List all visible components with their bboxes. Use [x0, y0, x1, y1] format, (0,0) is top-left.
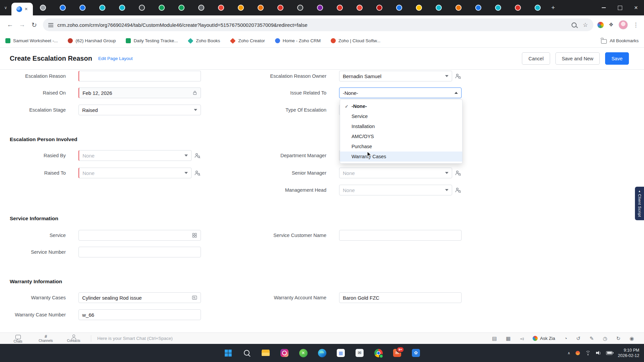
chatbar-icon[interactable]: ◷ [603, 336, 607, 341]
escalation-reason-input[interactable] [78, 71, 201, 81]
record-card-icon[interactable] [192, 295, 197, 300]
management-head-select[interactable]: None [339, 185, 452, 195]
chatbar-icon[interactable]: ↺ [576, 336, 581, 341]
browser-tab[interactable] [468, 0, 488, 15]
cancel-button[interactable]: Cancel [522, 52, 550, 65]
browser-menu-icon[interactable]: ⋮ [633, 22, 639, 28]
user-lookup-icon[interactable] [194, 170, 201, 176]
reload-icon[interactable]: ↻ [28, 19, 40, 31]
tab-search-caret-icon[interactable]: ∨ [0, 0, 11, 15]
hidden-icons-caret[interactable]: ∧ [568, 351, 570, 355]
warranty-account-name-input[interactable]: Baron Gold FZC [339, 292, 462, 303]
address-bar[interactable]: crm.zoho.com/crm/org766902494/tab/Custom… [43, 18, 593, 31]
dock-item[interactable]: Contacts [60, 334, 88, 343]
bookmark-item[interactable]: Zoho | Cloud Softw... [331, 38, 380, 43]
browser-tab[interactable] [231, 0, 251, 15]
bookmark-item[interactable]: Home - Zoho CRM [275, 38, 321, 43]
chatbar-icon[interactable]: ▦ [506, 336, 511, 341]
browser-tab[interactable] [330, 0, 350, 15]
taskbar-app[interactable] [298, 347, 309, 359]
bookmark-item[interactable]: (62) Harshad Group [68, 38, 116, 43]
maximize-button[interactable] [612, 0, 628, 15]
browser-tab[interactable] [251, 0, 270, 15]
zoom-icon[interactable] [572, 22, 577, 27]
browser-tab[interactable] [409, 0, 429, 15]
bookmark-star-icon[interactable]: ☆ [583, 22, 588, 28]
user-lookup-icon[interactable] [455, 73, 461, 79]
bookmark-item[interactable]: Samuel Worksheet -... [5, 38, 58, 43]
site-info-icon[interactable] [48, 23, 53, 27]
dropdown-option[interactable]: ✓ Purchase [340, 141, 462, 152]
dropdown-option[interactable]: ✓ Installation [340, 121, 462, 131]
taskbar-app[interactable] [410, 347, 422, 359]
tray-app-icon[interactable] [576, 351, 580, 355]
url-text[interactable]: crm.zoho.com/crm/org766902494/tab/Custom… [57, 22, 568, 28]
browser-tab[interactable] [508, 0, 528, 15]
ask-zia-button[interactable]: Ask Zia [533, 336, 555, 341]
warranty-cases-input[interactable]: Cylinder sealing Rod issue [78, 292, 201, 303]
browser-tab[interactable] [171, 0, 191, 15]
raised-to-select[interactable]: None [78, 168, 192, 178]
browser-tab[interactable] [488, 0, 508, 15]
owner-select[interactable]: Bernadin Samuel [339, 71, 452, 81]
browser-tab[interactable] [528, 0, 547, 15]
browser-tab[interactable] [33, 0, 53, 15]
browser-tab[interactable] [429, 0, 448, 15]
clock[interactable]: 9:10 PM 2026-02-12 [618, 348, 639, 359]
service-number-input[interactable] [78, 247, 201, 257]
browser-tab[interactable] [369, 0, 389, 15]
chatbar-icon[interactable]: ◉ [630, 336, 634, 341]
volume-icon[interactable] [596, 351, 601, 355]
extensions-puzzle-icon[interactable]: ❖ [609, 22, 613, 27]
close-button[interactable]: ✕ [628, 0, 644, 15]
browser-tab[interactable] [389, 0, 409, 15]
taskbar-app[interactable] [222, 347, 234, 359]
user-lookup-icon[interactable] [455, 187, 461, 193]
wifi-icon[interactable] [585, 351, 591, 355]
edit-page-layout-link[interactable]: Edit Page Layout [98, 56, 133, 61]
dropdown-option[interactable]: ✓ Warranty Cases [340, 152, 462, 162]
browser-tab[interactable] [112, 0, 132, 15]
dropdown-option[interactable]: ✓ Service [340, 111, 462, 121]
dropdown-option[interactable]: ✓ AMC/OYS [340, 131, 462, 141]
module-grid-icon[interactable] [192, 233, 197, 238]
tab-close-icon[interactable]: ✕ [24, 7, 28, 11]
all-bookmarks-button[interactable]: All Bookmarks [601, 38, 639, 44]
chatbar-icon[interactable]: ◔ [564, 336, 567, 341]
browser-tab[interactable] [211, 0, 231, 15]
rasied-by-select[interactable]: None [78, 150, 192, 161]
warranty-case-number-input[interactable]: w_66 [78, 309, 201, 320]
issue-related-to-select[interactable]: -None- [339, 87, 462, 98]
dock-item[interactable]: Channels [32, 334, 60, 343]
save-button[interactable]: Save [605, 52, 629, 65]
user-lookup-icon[interactable] [455, 170, 461, 176]
browser-tab[interactable] [191, 0, 211, 15]
taskbar-app[interactable] [373, 347, 384, 359]
bookmark-item[interactable]: Zoho Creator [230, 38, 265, 43]
profile-avatar[interactable] [619, 20, 628, 29]
taskbar-app[interactable] [354, 347, 365, 359]
chatbar-icon[interactable]: ◅ [520, 336, 524, 341]
dropdown-option[interactable]: ✓ -None- [340, 101, 462, 111]
service-customer-name-input[interactable] [339, 230, 462, 241]
bookmark-item[interactable]: Daily Testing Tracke... [126, 38, 178, 43]
battery-icon[interactable] [606, 351, 612, 355]
browser-tab[interactable] [132, 0, 152, 15]
taskbar-app[interactable] [279, 347, 290, 359]
save-and-new-button[interactable]: Save and New [555, 52, 600, 65]
taskbar-app[interactable] [335, 347, 346, 359]
browser-tab[interactable] [152, 0, 171, 15]
chatbar-icon[interactable]: ↻ [616, 336, 621, 341]
back-icon[interactable]: ← [4, 19, 16, 31]
browser-tab[interactable] [270, 0, 290, 15]
active-browser-tab[interactable]: ✕ [11, 3, 33, 15]
chatbar-icon[interactable]: ▤ [492, 336, 497, 341]
taskbar-app[interactable] [241, 347, 253, 359]
user-lookup-icon[interactable] [194, 153, 201, 159]
dock-item[interactable]: Chats [4, 334, 32, 343]
new-tab-button[interactable]: + [547, 0, 559, 15]
browser-tab[interactable] [310, 0, 330, 15]
bookmark-item[interactable]: Zoho Books [188, 38, 220, 43]
taskbar-app[interactable]: 9+ [391, 347, 403, 359]
browser-tab[interactable] [72, 0, 92, 15]
